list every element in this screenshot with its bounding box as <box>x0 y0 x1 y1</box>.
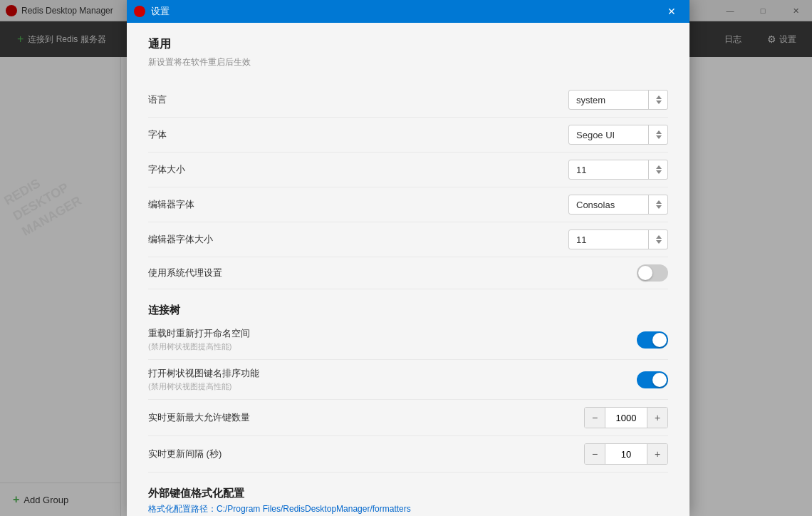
editor-font-size-setting-row: 编辑器字体大小 11 <box>148 222 668 257</box>
editor-font-setting-row: 编辑器字体 Consolas <box>148 187 668 222</box>
reload-namespace-main-label: 重载时重新打开命名空间 <box>148 327 637 340</box>
sort-keys-label: 打开树状视图键名排序功能 (禁用树状视图提高性能) <box>148 367 637 392</box>
font-select-control[interactable]: Segoe UI <box>568 125 668 145</box>
arrow-up-icon <box>656 130 662 134</box>
dialog-close-button[interactable]: ✕ <box>661 1 682 22</box>
dialog-app-icon <box>134 6 145 17</box>
max-keys-value: 1000 <box>605 408 647 428</box>
font-control: Segoe UI <box>568 125 668 145</box>
sort-keys-control <box>637 371 668 388</box>
language-setting-row: 语言 system <box>148 83 668 118</box>
update-interval-increment-button[interactable]: + <box>647 444 667 464</box>
reload-namespace-toggle[interactable] <box>637 331 668 349</box>
toggle-knob <box>652 373 667 387</box>
update-interval-row: 实时更新间隔 (秒) − 10 + <box>148 436 668 473</box>
editor-font-size-label: 编辑器字体大小 <box>148 233 568 246</box>
editor-font-control: Consolas <box>568 195 668 215</box>
sort-keys-sub-label: (禁用树状视图提高性能) <box>148 381 637 392</box>
update-interval-stepper: − 10 + <box>584 443 668 465</box>
font-size-setting-row: 字体大小 11 <box>148 153 668 187</box>
language-select-control[interactable]: system <box>568 90 668 110</box>
arrow-down-icon <box>656 240 662 244</box>
font-select-arrows <box>648 125 668 145</box>
dialog-content[interactable]: 通用 新设置将在软件重启后生效 语言 system 字体 <box>127 23 689 516</box>
arrow-down-icon <box>656 170 662 174</box>
arrow-down-icon <box>656 205 662 209</box>
language-select-arrows <box>648 90 668 110</box>
editor-font-label: 编辑器字体 <box>148 198 568 211</box>
reload-namespace-control <box>637 331 668 349</box>
arrow-up-icon <box>656 165 662 169</box>
editor-font-size-select-arrows <box>648 229 668 249</box>
arrow-up-icon <box>656 200 662 204</box>
update-interval-value: 10 <box>605 444 647 464</box>
language-label: 语言 <box>148 93 568 106</box>
toggle-knob <box>652 333 667 347</box>
editor-font-select-arrows <box>648 195 668 215</box>
font-setting-row: 字体 Segoe UI <box>148 118 668 153</box>
general-section-subtitle: 新设置将在软件重启后生效 <box>148 56 668 68</box>
update-interval-decrement-button[interactable]: − <box>585 444 605 464</box>
arrow-down-icon <box>656 135 662 139</box>
sort-keys-row: 打开树状视图键名排序功能 (禁用树状视图提高性能) <box>148 360 668 400</box>
formatters-path: 格式化配置路径：C:/Program Files/RedisDesktopMan… <box>148 503 668 515</box>
font-size-label: 字体大小 <box>148 163 568 176</box>
max-keys-stepper: − 1000 + <box>584 407 668 428</box>
font-size-select-arrows <box>648 160 668 180</box>
formatters-section-title: 外部键值格式化配置 <box>148 487 668 500</box>
max-keys-decrement-button[interactable]: − <box>585 408 605 428</box>
max-keys-increment-button[interactable]: + <box>647 408 667 428</box>
font-size-select-control[interactable]: 11 <box>568 160 668 180</box>
editor-font-select-control[interactable]: Consolas <box>568 195 668 215</box>
formatters-path-value: C:/Program Files/RedisDesktopManager/for… <box>217 504 411 514</box>
sort-keys-toggle[interactable] <box>637 371 668 388</box>
max-keys-row: 实时更新最大允许键数量 − 1000 + <box>148 400 668 436</box>
font-label: 字体 <box>148 128 568 141</box>
system-proxy-control <box>637 264 668 282</box>
toggle-knob <box>638 266 652 280</box>
update-interval-label: 实时更新间隔 (秒) <box>148 448 584 460</box>
arrow-up-icon <box>656 96 662 99</box>
arrow-up-icon <box>656 235 662 239</box>
sort-keys-main-label: 打开树状视图键名排序功能 <box>148 367 637 380</box>
font-size-control: 11 <box>568 160 668 180</box>
dialog-titlebar: 设置 ✕ <box>127 0 689 23</box>
editor-font-size-select-control[interactable]: 11 <box>568 229 668 249</box>
reload-namespace-sub-label: (禁用树状视图提高性能) <box>148 341 637 352</box>
system-proxy-setting-row: 使用系统代理设置 <box>148 257 668 289</box>
system-proxy-label: 使用系统代理设置 <box>148 267 637 279</box>
reload-namespace-label: 重载时重新打开命名空间 (禁用树状视图提高性能) <box>148 327 637 352</box>
editor-font-size-control: 11 <box>568 229 668 249</box>
arrow-down-icon <box>656 100 662 104</box>
max-keys-control: − 1000 + <box>584 407 668 428</box>
general-section-title: 通用 <box>148 37 668 52</box>
language-control: system <box>568 90 668 110</box>
settings-dialog: 设置 ✕ 通用 新设置将在软件重启后生效 语言 system <box>127 0 689 516</box>
update-interval-control: − 10 + <box>584 443 668 465</box>
system-proxy-toggle[interactable] <box>637 264 668 282</box>
reload-namespace-row: 重载时重新打开命名空间 (禁用树状视图提高性能) <box>148 320 668 360</box>
formatters-path-label: 格式化配置路径： <box>148 504 217 514</box>
dialog-title: 设置 <box>151 5 661 18</box>
max-keys-label: 实时更新最大允许键数量 <box>148 411 584 424</box>
formatters-section: 外部键值格式化配置 格式化配置路径：C:/Program Files/Redis… <box>148 487 668 516</box>
tree-section-title: 连接树 <box>148 304 668 317</box>
